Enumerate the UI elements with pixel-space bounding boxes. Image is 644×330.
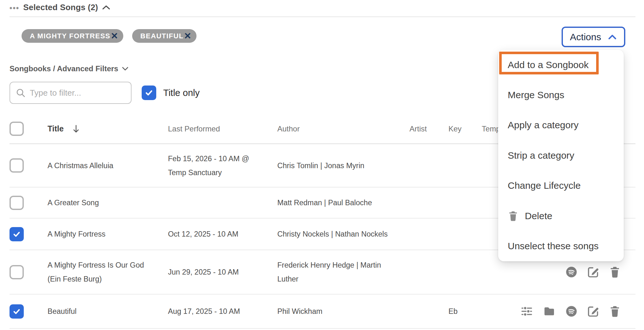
row-checkbox[interactable] bbox=[10, 265, 24, 279]
song-title[interactable]: Beautiful bbox=[48, 304, 149, 318]
menu-item-apply-a-category[interactable]: Apply a category bbox=[498, 110, 624, 140]
songbooks-advanced-filters-toggle[interactable]: Songbooks / Advanced Filters bbox=[10, 64, 129, 73]
trash-icon bbox=[508, 210, 518, 222]
title-only-checkbox[interactable] bbox=[142, 86, 156, 100]
selected-songs-title: Selected Songs (2) bbox=[23, 3, 98, 12]
select-all-checkbox[interactable] bbox=[10, 122, 24, 136]
chevron-down-icon bbox=[121, 66, 129, 72]
chord-settings-sliders-icon[interactable] bbox=[520, 305, 533, 318]
chevron-up-icon bbox=[608, 34, 617, 41]
spotify-icon[interactable] bbox=[565, 266, 578, 278]
menu-item-merge-songs[interactable]: Merge Songs bbox=[498, 80, 624, 110]
column-header-artist[interactable]: Artist bbox=[409, 124, 448, 133]
column-header-author[interactable]: Author bbox=[277, 124, 409, 133]
column-header-key[interactable]: Key bbox=[448, 124, 482, 133]
divider bbox=[10, 16, 635, 17]
last-performed: Aug 17, 2025 - 10 AM bbox=[168, 304, 254, 318]
menu-item-delete[interactable]: Delete bbox=[498, 201, 624, 231]
songs-page: ••• Selected Songs (2) A MIGHTY FORTRESS… bbox=[0, 0, 644, 330]
chip-label: A MIGHTY FORTRESS bbox=[30, 32, 110, 40]
author: Frederick Henry Hedge | Martin Luther bbox=[277, 258, 388, 286]
row-checkbox-checked[interactable] bbox=[10, 227, 24, 241]
remove-chip-x-icon[interactable]: ✕ bbox=[111, 32, 118, 41]
row-checkbox-checked[interactable] bbox=[10, 304, 24, 319]
chip-beautiful[interactable]: BEAUTIFUL ✕ bbox=[132, 29, 196, 43]
selected-song-chips: A MIGHTY FORTRESS ✕ BEAUTIFUL ✕ bbox=[22, 29, 196, 43]
selected-songs-bar: ••• Selected Songs (2) bbox=[10, 3, 111, 12]
menu-item-unselect-these-songs[interactable]: Unselect these songs bbox=[498, 231, 624, 261]
filter-search-input[interactable] bbox=[30, 88, 126, 98]
drag-handle-dots-icon: ••• bbox=[10, 3, 19, 12]
song-title[interactable]: A Mighty Fortress Is Our God (Ein Feste … bbox=[48, 258, 149, 286]
filter-search-box bbox=[10, 82, 132, 104]
last-performed: Jun 29, 2025 - 10 AM bbox=[168, 265, 254, 279]
song-title[interactable]: A Mighty Fortress bbox=[48, 227, 149, 241]
collapse-chevron-up-icon[interactable] bbox=[102, 4, 111, 11]
last-performed: Oct 12, 2025 - 10 AM bbox=[168, 227, 254, 241]
column-header-title[interactable]: Title bbox=[48, 124, 168, 133]
menu-item-delete-label: Delete bbox=[525, 211, 552, 221]
folder-icon[interactable] bbox=[543, 305, 556, 318]
delete-trash-icon[interactable] bbox=[609, 305, 621, 318]
table-row: Beautiful Aug 17, 2025 - 10 AM Phil Wick… bbox=[10, 295, 635, 329]
actions-button[interactable]: Actions bbox=[562, 27, 625, 47]
song-title[interactable]: A Christmas Alleluia bbox=[48, 159, 149, 173]
song-title[interactable]: A Greater Song bbox=[48, 196, 149, 210]
author: Phil Wickham bbox=[277, 304, 388, 318]
title-only-filter: Title only bbox=[142, 82, 200, 104]
edit-icon[interactable] bbox=[587, 266, 600, 278]
search-icon bbox=[16, 88, 25, 98]
chip-a-mighty-fortress[interactable]: A MIGHTY FORTRESS ✕ bbox=[22, 29, 123, 43]
spotify-icon[interactable] bbox=[565, 305, 578, 318]
column-header-last-performed[interactable]: Last Performed bbox=[168, 124, 277, 133]
chip-label: BEAUTIFUL bbox=[140, 32, 184, 40]
menu-item-strip-a-category[interactable]: Strip a category bbox=[498, 140, 624, 170]
actions-button-label: Actions bbox=[570, 32, 601, 42]
menu-item-add-to-songbook[interactable]: Add to a Songbook bbox=[498, 50, 624, 80]
title-header-label: Title bbox=[48, 124, 64, 133]
sort-descending-arrow-icon bbox=[73, 124, 80, 133]
remove-chip-x-icon[interactable]: ✕ bbox=[184, 32, 191, 41]
title-only-label: Title only bbox=[163, 88, 200, 98]
row-checkbox[interactable] bbox=[10, 158, 24, 173]
author: Chris Tomlin | Jonas Myrin bbox=[277, 159, 388, 173]
edit-icon[interactable] bbox=[587, 305, 600, 318]
delete-trash-icon[interactable] bbox=[609, 266, 621, 278]
key: Eb bbox=[448, 304, 482, 318]
row-checkbox[interactable] bbox=[10, 196, 24, 210]
author: Matt Redman | Paul Baloche bbox=[277, 196, 388, 210]
songbooks-label: Songbooks / Advanced Filters bbox=[10, 64, 118, 73]
menu-item-change-lifecycle[interactable]: Change Lifecycle bbox=[498, 171, 624, 201]
last-performed: Feb 15, 2026 - 10 AM @ Temp Sanctuary bbox=[168, 152, 254, 180]
actions-dropdown-menu: Add to a Songbook Merge Songs Apply a ca… bbox=[498, 50, 624, 261]
author: Christy Nockels | Nathan Nockels bbox=[277, 227, 388, 241]
